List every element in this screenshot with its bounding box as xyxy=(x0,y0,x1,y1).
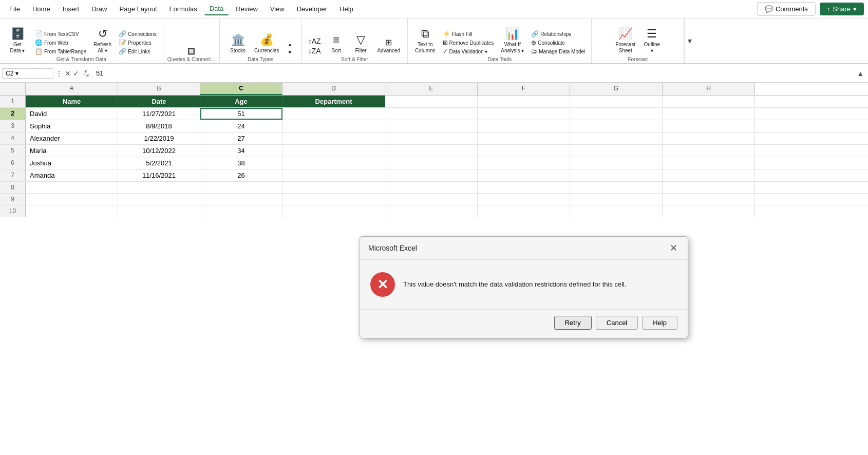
get-data-button[interactable]: 🗄️ GetData ▾ xyxy=(4,26,31,55)
cell-b5[interactable]: 10/12/2022 xyxy=(118,145,200,157)
cell-h10[interactable] xyxy=(663,205,755,217)
cell-e2[interactable] xyxy=(385,108,478,120)
col-header-h[interactable]: H xyxy=(663,83,755,95)
cell-h8[interactable] xyxy=(663,182,755,193)
col-header-g[interactable]: G xyxy=(570,83,663,95)
cell-d10[interactable] xyxy=(282,205,385,217)
menu-page-layout[interactable]: Page Layout xyxy=(115,3,162,15)
cell-g5[interactable] xyxy=(570,145,663,157)
dialog-retry-button[interactable]: Retry xyxy=(554,316,592,330)
formula-input[interactable] xyxy=(94,68,853,78)
cell-g1[interactable] xyxy=(570,96,663,107)
formula-cancel-icon[interactable]: ✕ xyxy=(65,69,71,78)
menu-view[interactable]: View xyxy=(265,3,290,15)
cell-e5[interactable] xyxy=(385,145,478,157)
currencies-button[interactable]: 💰 Currencies xyxy=(251,32,282,55)
cell-f3[interactable] xyxy=(478,120,570,132)
from-web-button[interactable]: 🌐 From Web xyxy=(33,39,88,47)
cell-f2[interactable] xyxy=(478,108,570,120)
sort-az-button[interactable]: ↕AZ xyxy=(306,36,323,46)
cell-e4[interactable] xyxy=(385,132,478,144)
cell-c8[interactable] xyxy=(200,182,282,193)
cell-e7[interactable] xyxy=(385,169,478,181)
remove-duplicates-button[interactable]: ⊠ Remove Duplicates xyxy=(441,39,496,47)
header-name[interactable]: Name xyxy=(26,96,118,107)
cell-h6[interactable] xyxy=(663,157,755,169)
cell-g4[interactable] xyxy=(570,132,663,144)
cell-d7[interactable] xyxy=(282,169,385,181)
cell-a9[interactable] xyxy=(26,194,118,205)
menu-review[interactable]: Review xyxy=(231,3,263,15)
cell-d6[interactable] xyxy=(282,157,385,169)
cell-c10[interactable] xyxy=(200,205,282,217)
consolidate-button[interactable]: ⊕ Consolidate xyxy=(529,39,587,47)
col-header-f[interactable]: F xyxy=(478,83,570,95)
cell-c9[interactable] xyxy=(200,194,282,205)
cell-h1[interactable] xyxy=(663,96,755,107)
cell-f6[interactable] xyxy=(478,157,570,169)
text-to-columns-button[interactable]: ⧉ Text toColumns xyxy=(412,26,438,55)
col-header-a[interactable]: A xyxy=(26,83,118,95)
cell-d4[interactable] xyxy=(282,132,385,144)
what-if-button[interactable]: 📊 What-IfAnalysis ▾ xyxy=(498,26,527,55)
cell-h3[interactable] xyxy=(663,120,755,132)
cell-b4[interactable]: 1/22/2019 xyxy=(118,132,200,144)
formula-confirm-icon[interactable]: ✓ xyxy=(73,69,79,78)
cell-a3[interactable]: Sophia xyxy=(26,120,118,132)
name-box[interactable]: C2 ▾ xyxy=(2,68,53,79)
cell-c6[interactable]: 38 xyxy=(200,157,282,169)
cell-b8[interactable] xyxy=(118,182,200,193)
menu-developer[interactable]: Developer xyxy=(292,3,332,15)
menu-file[interactable]: File xyxy=(4,3,25,15)
cell-g9[interactable] xyxy=(570,194,663,205)
cell-a6[interactable]: Joshua xyxy=(26,157,118,169)
cell-d2[interactable] xyxy=(282,108,385,120)
cell-g7[interactable] xyxy=(570,169,663,181)
cell-a4[interactable]: Alexander xyxy=(26,132,118,144)
flash-fill-button[interactable]: ⚡ Flash Fill xyxy=(441,30,496,38)
sort-za-button[interactable]: ↕ZA xyxy=(306,46,323,55)
cell-b2[interactable]: 11/27/2021 xyxy=(118,108,200,120)
dialog-help-button[interactable]: Help xyxy=(642,316,677,330)
data-validation-button[interactable]: ✓ Data Validation ▾ xyxy=(441,47,496,55)
relationships-button[interactable]: 🔗 Relationships xyxy=(529,30,587,38)
cell-h7[interactable] xyxy=(663,169,755,181)
cell-f9[interactable] xyxy=(478,194,570,205)
cell-g3[interactable] xyxy=(570,120,663,132)
cell-d9[interactable] xyxy=(282,194,385,205)
header-department[interactable]: Department xyxy=(282,96,385,107)
cell-e6[interactable] xyxy=(385,157,478,169)
cell-b3[interactable]: 8/9/2018 xyxy=(118,120,200,132)
formula-bar-collapse[interactable]: ▲ xyxy=(855,69,866,78)
cell-f4[interactable] xyxy=(478,132,570,144)
cell-d3[interactable] xyxy=(282,120,385,132)
cell-a5[interactable]: Maria xyxy=(26,145,118,157)
cell-h5[interactable] xyxy=(663,145,755,157)
cell-g2[interactable] xyxy=(570,108,663,120)
cell-g8[interactable] xyxy=(570,182,663,193)
formula-expand-icon[interactable]: ⋮ xyxy=(55,69,63,78)
cell-e3[interactable] xyxy=(385,120,478,132)
cell-d8[interactable] xyxy=(282,182,385,193)
cell-f8[interactable] xyxy=(478,182,570,193)
cell-c2[interactable]: 51 xyxy=(200,108,282,120)
stocks-button[interactable]: 🏛️ Stocks xyxy=(227,32,249,55)
cell-f10[interactable] xyxy=(478,205,570,217)
col-header-c[interactable]: C xyxy=(200,83,282,95)
cell-e8[interactable] xyxy=(385,182,478,193)
menu-help[interactable]: Help xyxy=(334,3,358,15)
dialog-cancel-button[interactable]: Cancel xyxy=(596,316,638,330)
queries-btn[interactable]: 🔲 xyxy=(185,47,197,55)
from-text-csv-button[interactable]: 📄 From Text/CSV xyxy=(33,30,88,38)
cell-a2[interactable]: David xyxy=(26,108,118,120)
forecast-sheet-button[interactable]: 📈 ForecastSheet xyxy=(612,26,638,55)
cell-a8[interactable] xyxy=(26,182,118,193)
cell-g10[interactable] xyxy=(570,205,663,217)
cell-d5[interactable] xyxy=(282,145,385,157)
cell-c7[interactable]: 26 xyxy=(200,169,282,181)
dialog-close-button[interactable]: ✕ xyxy=(667,242,680,254)
cell-f7[interactable] xyxy=(478,169,570,181)
comments-button[interactable]: 💬 Comments xyxy=(757,2,816,16)
data-types-scroll-down[interactable]: ▼ xyxy=(285,49,294,55)
menu-home[interactable]: Home xyxy=(27,3,55,15)
